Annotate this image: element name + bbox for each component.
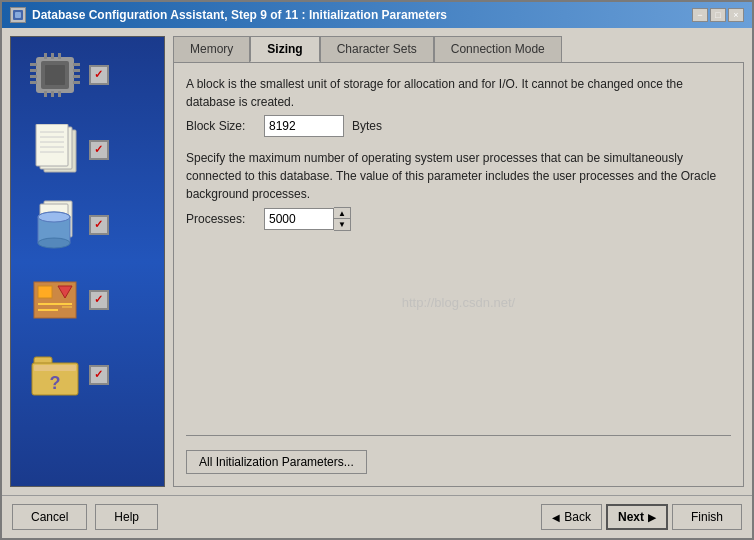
finish-button[interactable]: Finish	[672, 504, 742, 530]
list-item: ✓	[28, 272, 148, 327]
block-description: A block is the smallest unit of storage …	[186, 75, 731, 111]
tab-connection-mode[interactable]: Connection Mode	[434, 36, 562, 62]
svg-rect-34	[38, 286, 52, 298]
processes-label: Processes:	[186, 212, 256, 226]
processes-section: Specify the maximum number of operating …	[186, 149, 731, 231]
spinner-up-button[interactable]: ▲	[334, 208, 350, 219]
divider	[186, 435, 731, 436]
cancel-button[interactable]: Cancel	[12, 504, 87, 530]
block-size-unit: Bytes	[352, 119, 382, 133]
folder-icon: ?	[28, 347, 83, 402]
init-params-button[interactable]: All Initialization Parameters...	[186, 450, 367, 474]
tab-character-sets[interactable]: Character Sets	[320, 36, 434, 62]
svg-point-32	[38, 212, 70, 222]
tabs-row: Memory Sizing Character Sets Connection …	[173, 36, 744, 62]
svg-rect-10	[73, 69, 80, 72]
right-panel: Memory Sizing Character Sets Connection …	[173, 36, 744, 487]
list-item: ✓	[28, 47, 148, 102]
svg-rect-15	[58, 53, 61, 59]
window-icon	[10, 7, 26, 23]
svg-rect-12	[73, 81, 80, 84]
back-arrow-icon: ◀	[552, 512, 560, 523]
svg-rect-14	[51, 53, 54, 59]
back-button[interactable]: ◀ Back	[541, 504, 602, 530]
check-icon-1: ✓	[89, 65, 109, 85]
next-button[interactable]: Next ▶	[606, 504, 668, 530]
svg-rect-18	[58, 91, 61, 97]
check-icon-5: ✓	[89, 365, 109, 385]
block-size-section: A block is the smallest unit of storage …	[186, 75, 731, 137]
window-title: Database Configuration Assistant, Step 9…	[32, 8, 447, 22]
processes-input[interactable]	[264, 208, 334, 230]
svg-rect-17	[51, 91, 54, 97]
svg-rect-13	[44, 53, 47, 59]
svg-rect-4	[45, 65, 65, 85]
svg-rect-6	[30, 69, 37, 72]
list-item: ? ✓	[28, 347, 148, 402]
tab-content: A block is the smallest unit of storage …	[173, 62, 744, 487]
svg-rect-11	[73, 75, 80, 78]
bottom-right-buttons: ◀ Back Next ▶ Finish	[541, 504, 742, 530]
main-window: Database Configuration Assistant, Step 9…	[0, 0, 754, 540]
chip-icon	[28, 47, 83, 102]
init-params-section: All Initialization Parameters...	[186, 427, 731, 474]
bottom-bar: Cancel Help ◀ Back Next ▶ Finish	[2, 495, 752, 538]
database-icon	[28, 197, 83, 252]
title-bar: Database Configuration Assistant, Step 9…	[2, 2, 752, 28]
list-item: ✓	[28, 197, 148, 252]
svg-rect-5	[30, 63, 37, 66]
title-controls: − □ ×	[692, 8, 744, 22]
svg-rect-1	[15, 12, 21, 18]
processes-spinner: ▲ ▼	[264, 207, 351, 231]
main-content: ✓	[2, 28, 752, 495]
close-button[interactable]: ×	[728, 8, 744, 22]
svg-rect-21	[36, 124, 68, 166]
block-size-input[interactable]	[264, 115, 344, 137]
svg-rect-41	[34, 365, 76, 371]
watermark: http://blog.csdn.net/	[402, 295, 515, 310]
next-arrow-icon: ▶	[648, 512, 656, 523]
maximize-button[interactable]: □	[710, 8, 726, 22]
spinner-controls: ▲ ▼	[334, 207, 351, 231]
check-icon-3: ✓	[89, 215, 109, 235]
svg-rect-16	[44, 91, 47, 97]
check-icon-2: ✓	[89, 140, 109, 160]
svg-point-31	[38, 238, 70, 248]
svg-rect-8	[30, 81, 37, 84]
processes-description: Specify the maximum number of operating …	[186, 149, 731, 203]
bottom-left-buttons: Cancel Help	[12, 504, 158, 530]
block-size-label: Block Size:	[186, 119, 256, 133]
settings-icon	[28, 272, 83, 327]
processes-row: Processes: ▲ ▼	[186, 207, 731, 231]
help-button[interactable]: Help	[95, 504, 158, 530]
documents-icon	[28, 122, 83, 177]
list-item: ✓	[28, 122, 148, 177]
svg-rect-9	[73, 63, 80, 66]
spinner-down-button[interactable]: ▼	[334, 219, 350, 230]
tab-memory[interactable]: Memory	[173, 36, 250, 62]
minimize-button[interactable]: −	[692, 8, 708, 22]
svg-text:?: ?	[50, 373, 61, 393]
tab-sizing[interactable]: Sizing	[250, 36, 319, 62]
check-icon-4: ✓	[89, 290, 109, 310]
left-panel: ✓	[10, 36, 165, 487]
block-size-row: Block Size: Bytes	[186, 115, 731, 137]
svg-rect-7	[30, 75, 37, 78]
title-bar-left: Database Configuration Assistant, Step 9…	[10, 7, 447, 23]
